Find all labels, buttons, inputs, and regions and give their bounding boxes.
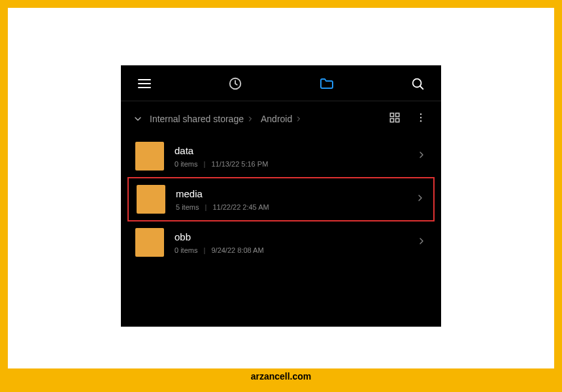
hamburger-icon <box>137 76 152 91</box>
folder-meta: 0 items | 9/24/22 8:08 AM <box>174 246 406 254</box>
folder-row-data[interactable]: data 0 items | 11/13/22 5:16 PM <box>127 135 435 177</box>
folder-thumbnail-icon <box>137 185 165 214</box>
svg-rect-7 <box>396 113 399 116</box>
svg-point-12 <box>420 120 422 122</box>
file-manager-screen: Internal shared storage Android <box>121 65 441 327</box>
breadcrumb-item-label: Android <box>261 114 292 124</box>
menu-button[interactable] <box>135 74 154 93</box>
folder-icon <box>319 76 335 91</box>
breadcrumb-root[interactable]: Internal shared storage <box>150 114 254 124</box>
folder-meta: 0 items | 11/13/22 5:16 PM <box>174 160 406 168</box>
folder-thumbnail-icon <box>135 228 164 257</box>
folder-open-chevron[interactable] <box>416 236 427 249</box>
chevron-right-icon <box>416 150 427 160</box>
svg-line-5 <box>420 86 423 89</box>
folder-name: obb <box>174 231 406 242</box>
svg-rect-8 <box>390 119 393 122</box>
top-tab-bar <box>121 65 441 101</box>
chevron-down-icon <box>133 114 143 124</box>
search-button[interactable] <box>408 74 427 93</box>
grid-view-button[interactable] <box>389 112 401 126</box>
folder-items-count: 5 items <box>176 203 199 211</box>
svg-rect-6 <box>390 113 393 116</box>
folder-text: data 0 items | 11/13/22 5:16 PM <box>174 145 406 168</box>
meta-divider: | <box>204 160 206 168</box>
grid-icon <box>389 112 401 123</box>
folder-date: 9/24/22 8:08 AM <box>211 246 263 254</box>
chevron-right-icon <box>416 236 427 246</box>
folder-list: data 0 items | 11/13/22 5:16 PM media 5 … <box>121 135 441 327</box>
folder-text: media 5 items | 11/22/22 2:45 AM <box>176 188 405 211</box>
watermark-text: arzancell.com <box>251 371 312 382</box>
svg-point-4 <box>413 79 422 88</box>
folder-items-count: 0 items <box>174 160 197 168</box>
breadcrumb-item[interactable]: Android <box>261 114 303 124</box>
search-icon <box>410 76 425 91</box>
clock-icon <box>228 76 242 91</box>
svg-point-10 <box>420 114 422 115</box>
more-options-button[interactable] <box>415 112 427 126</box>
chevron-right-icon <box>295 115 303 123</box>
folder-meta: 5 items | 11/22/22 2:45 AM <box>176 203 405 211</box>
breadcrumb-root-label: Internal shared storage <box>150 114 244 124</box>
folder-name: data <box>174 145 406 156</box>
folder-text: obb 0 items | 9/24/22 8:08 AM <box>174 231 406 254</box>
chevron-right-icon <box>246 115 254 123</box>
breadcrumb-row: Internal shared storage Android <box>121 101 441 135</box>
svg-rect-9 <box>396 119 399 122</box>
folder-date: 11/13/22 5:16 PM <box>211 160 268 168</box>
chevron-right-icon <box>415 193 425 203</box>
folder-row-media[interactable]: media 5 items | 11/22/22 2:45 AM <box>127 177 435 221</box>
folder-row-obb[interactable]: obb 0 items | 9/24/22 8:08 AM <box>127 221 435 263</box>
folder-thumbnail-icon <box>135 142 164 171</box>
folder-open-chevron[interactable] <box>415 193 425 206</box>
watermark: arzancell.com <box>8 368 554 384</box>
frame: Internal shared storage Android <box>0 0 562 392</box>
more-vertical-icon <box>415 112 427 123</box>
files-tab[interactable] <box>318 74 336 93</box>
folder-name: media <box>176 188 405 199</box>
meta-divider: | <box>205 203 207 211</box>
meta-divider: | <box>204 246 206 254</box>
breadcrumb[interactable]: Internal shared storage Android <box>133 114 303 124</box>
svg-point-11 <box>420 117 422 118</box>
folder-items-count: 0 items <box>174 246 197 254</box>
folder-open-chevron[interactable] <box>416 150 427 163</box>
breadcrumb-actions <box>389 112 427 126</box>
recent-tab[interactable] <box>226 74 244 93</box>
folder-date: 11/22/22 2:45 AM <box>212 203 269 211</box>
